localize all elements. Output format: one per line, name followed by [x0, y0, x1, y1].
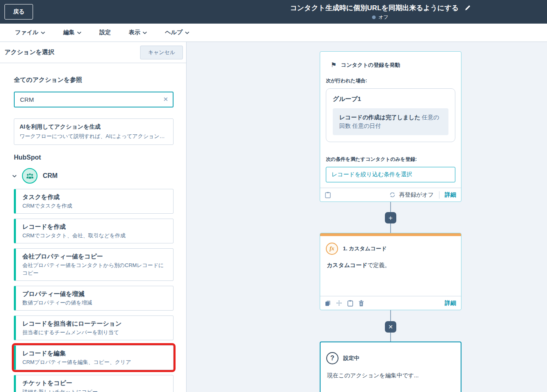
chevron-down-icon	[41, 31, 45, 34]
connector-line	[390, 202, 391, 212]
crm-group-label: CRM	[43, 172, 57, 180]
action-card-edit-record-highlighted[interactable]: レコードを編集 CRMプロパティー値を編集、コピー、クリア	[14, 345, 174, 370]
app-header: 戻る コンタクト生成時に個別URLを同期出来るようにする オフ	[0, 0, 547, 24]
custom-code-details-link[interactable]: 詳細	[445, 300, 456, 307]
action-card-create-record[interactable]: レコードを作成 CRMでコンタクト、会社、取引などを作成	[14, 219, 174, 243]
custom-code-node-card[interactable]: fx 1. カスタムコード カスタムコードで定義。	[320, 233, 461, 310]
custom-code-summary: カスタムコードで定義。	[326, 262, 455, 269]
menu-help[interactable]: ヘルプ	[165, 29, 189, 36]
action-search-input[interactable]	[14, 92, 174, 107]
actions-list: タスクを作成 CRMでタスクを作成 レコードを作成 CRMでコンタクト、会社、取…	[14, 189, 174, 392]
workflow-status: オフ	[372, 14, 389, 21]
hubspot-group-heading: HubSpot	[14, 154, 174, 161]
ai-card-title: AIを利用してアクションを生成	[20, 123, 168, 131]
crm-people-icon	[22, 168, 37, 184]
clear-search-icon[interactable]: ✕	[163, 96, 168, 103]
clipboard-icon[interactable]	[347, 300, 353, 307]
trigger-filter-label: 次の条件を満たすコンタクトのみを登録:	[326, 156, 455, 163]
action-card-rotate-record-owner[interactable]: レコードを担当者にローテーション 担当者にするチームメンバーを割り当て	[14, 315, 174, 340]
menu-bar: ファイル 編集 設定 表示 ヘルプ	[0, 24, 547, 42]
action-search: ✕	[14, 92, 174, 107]
reenrollment-refresh-icon	[389, 192, 395, 198]
copy-icon[interactable]	[325, 300, 331, 306]
action-card-copy-ticket[interactable]: チケットをコピー 詳細を新しいチケットにコピー	[14, 375, 174, 392]
move-icon[interactable]	[336, 300, 342, 306]
workflow-title: コンタクト生成時に個別URLを同期出来るようにする	[290, 3, 459, 13]
reenrollment-status-label: 再登録がオフ	[399, 191, 434, 199]
fx-icon: fx	[326, 243, 338, 255]
custom-code-accent-bar	[320, 233, 461, 236]
group-name: グループ1	[333, 95, 448, 103]
footer-divider	[439, 191, 439, 199]
edit-pencil-icon[interactable]	[464, 5, 470, 11]
action-card-create-task[interactable]: タスクを作成 CRMでタスクを作成	[14, 189, 174, 214]
trigger-title: コンタクトの登録を発動	[341, 61, 400, 69]
workflow-title-block: コンタクト生成時に個別URLを同期出来るようにする オフ	[290, 0, 470, 24]
clipboard-icon[interactable]	[325, 192, 331, 198]
trigger-group-box[interactable]: グループ1 レコードの作成は完了しました 任意の回数 任意の日付	[326, 88, 455, 142]
browse-actions-heading: 全てのアクションを参照	[14, 76, 174, 84]
trigger-node-card[interactable]: ⚑ コンタクトの登録を発動 次が行われた場合: グループ1 レコードの作成は完了…	[320, 51, 461, 202]
chevron-down-icon	[185, 31, 189, 34]
trigger-when-label: 次が行われた場合:	[326, 77, 455, 84]
ai-generate-card[interactable]: AIを利用してアクションを生成 ワークフローについて説明すれば、AIによってアク…	[14, 118, 174, 145]
trash-icon[interactable]	[358, 300, 364, 307]
menu-settings[interactable]: 設定	[99, 29, 111, 36]
custom-code-footer: 詳細	[320, 296, 461, 310]
status-dot-icon	[372, 15, 376, 19]
connector-line	[390, 223, 391, 233]
chevron-down-icon	[143, 31, 147, 34]
remove-action-button[interactable]: ✕	[385, 321, 396, 333]
menu-view[interactable]: 表示	[129, 29, 147, 36]
settings-card-title: 設定中	[343, 355, 359, 362]
menu-edit[interactable]: 編集	[63, 29, 81, 36]
connector-line	[390, 333, 391, 342]
trigger-details-link[interactable]: 詳細	[445, 191, 456, 199]
settings-card-body: 現在このアクションを編集中です...	[326, 372, 455, 379]
action-card-copy-company-property[interactable]: 会社プロパティー値をコピー 会社プロパティー値をコンタクトから別のCRMレコード…	[14, 248, 174, 281]
menu-file[interactable]: ファイル	[15, 29, 45, 36]
filter-condition-select[interactable]: レコードを絞り込む条件を選択	[326, 167, 455, 182]
back-button[interactable]: 戻る	[4, 4, 33, 20]
panel-title: アクションを選択	[4, 48, 54, 56]
trigger-footer: 再登録がオフ 詳細	[320, 188, 461, 201]
chevron-down-icon	[12, 175, 17, 177]
status-label: オフ	[378, 14, 389, 21]
sidebar-scroll-area[interactable]: 全てのアクションを参照 ✕ AIを利用してアクションを生成 ワークフローについて…	[0, 63, 186, 392]
action-select-sidebar: アクションを選択 キャンセル 全てのアクションを参照 ✕ AIを利用してアクショ…	[0, 42, 187, 392]
ai-card-description: ワークフローについて説明すれば、AIによってアクションが自動的...	[20, 133, 168, 140]
group-condition: レコードの作成は完了しました 任意の回数 任意の日付	[333, 108, 448, 135]
question-mark-icon: ?	[326, 352, 338, 364]
chevron-down-icon	[77, 31, 81, 34]
workflow-canvas[interactable]: ⚑ コンタクトの登録を発動 次が行われた場合: グループ1 レコードの作成は完了…	[187, 42, 547, 392]
connector-line	[390, 310, 391, 321]
crm-group-row[interactable]: CRM	[14, 168, 174, 184]
custom-code-title: 1. カスタムコード	[343, 245, 387, 252]
cancel-button[interactable]: キャンセル	[140, 46, 183, 59]
sidebar-panel-header: アクションを選択 キャンセル	[0, 42, 186, 63]
action-card-increment-property[interactable]: プロパティー値を増減 数値プロパティーの値を増減	[14, 286, 174, 311]
flag-icon: ⚑	[331, 62, 336, 68]
settings-in-progress-card[interactable]: ? 設定中 現在このアクションを編集中です...	[320, 342, 461, 392]
add-action-button[interactable]: +	[385, 212, 396, 223]
